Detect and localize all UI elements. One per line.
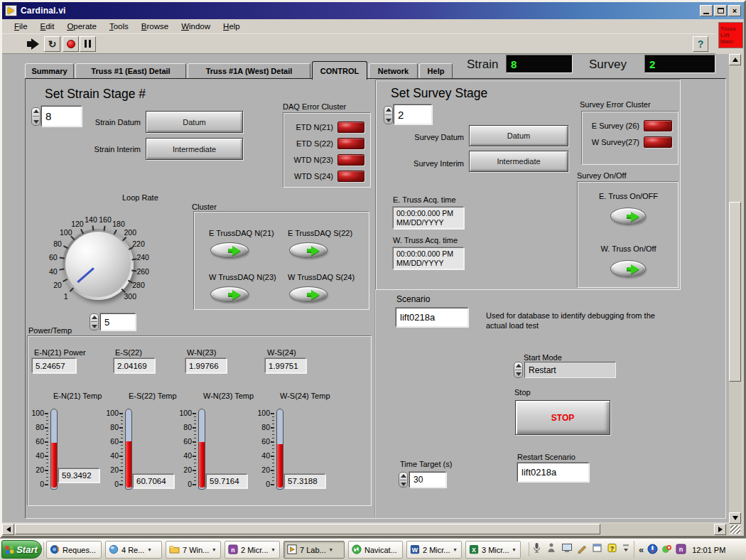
taskbar-button-firefox[interactable]: Reques... [46,541,102,559]
acq-date-value: MM/DD/YYYY [396,218,444,227]
survey-stage-spinner[interactable] [384,106,393,124]
options-chevron-icon[interactable] [622,542,630,555]
time-target-spinner[interactable] [399,472,408,488]
temp-value-box: 60.7064 [133,474,174,488]
menu-tools[interactable]: Tools [103,20,135,33]
maximize-button[interactable] [714,5,727,16]
knob-body [65,232,131,297]
monitor-icon[interactable] [561,542,573,555]
taskbar-button-excel[interactable]: X3 Micr...▾ [465,541,521,559]
trussdaq-led-button[interactable] [210,286,249,302]
tray-chevron-icon[interactable]: « [639,544,644,555]
trussdaq-led-button[interactable] [210,242,249,258]
stop-button[interactable]: STOP [515,400,610,435]
strain-interim-button[interactable]: Intermediate [146,138,243,160]
tab-control[interactable]: CONTROL [312,61,367,80]
survey-stage-input[interactable]: 2 [394,104,432,124]
loop-rate-knob[interactable]: 1204060801001201401601802002202402602803… [34,200,162,328]
strain-stage-spinner[interactable] [31,107,40,126]
svg-text:X: X [472,546,476,553]
menu-file[interactable]: File [8,20,34,33]
taskbar-button-onenote[interactable]: n2 Micr...▾ [225,541,280,559]
horizontal-scroll-thumb[interactable] [15,524,600,534]
labview-icon [5,5,17,16]
loop-rate-spinner[interactable] [90,313,99,330]
pen-icon[interactable] [577,542,588,555]
scenario-input[interactable]: lift0218a [396,308,468,327]
window-title: Cardinal.vi [21,6,66,16]
survey-datum-button[interactable]: Datum [469,125,568,146]
taskbar-button-label: Navicat... [364,546,397,554]
start-mode-input[interactable]: Restart [524,362,616,378]
taskbar-button-navicat[interactable]: Navicat... [348,541,403,559]
restart-scenario-input[interactable]: lift0218a [517,463,589,482]
pause-button[interactable] [80,36,96,52]
led-row: WTD N(23) [283,151,370,168]
abort-button[interactable] [63,36,79,52]
daq-error-box: ETD N(21)ETD S(22)WTD N(23)WTD S(24) [283,112,371,188]
scroll-up-button[interactable] [729,54,741,65]
tab-truss-1a-west-detail[interactable]: Truss #1A (West) Detail [188,63,310,79]
title-bar[interactable]: Cardinal.vi × [2,2,744,19]
set-strain-stage-heading: Set Strain Stage # [45,87,146,102]
taskbar-button-word[interactable]: W2 Micr...▾ [406,541,462,559]
start-mode-spinner[interactable] [514,362,523,378]
microphone-icon[interactable] [531,542,542,555]
cluster-button-label: E TrussDAQ S(22) [288,229,352,237]
run-continuous-button[interactable]: ↻ [44,36,60,52]
scroll-left-button[interactable] [2,524,14,535]
start-mode-label: Start Mode [524,353,562,362]
start-button[interactable]: Start [1,540,42,559]
power-value-box: 5.24657 [32,358,76,373]
trussdaq-led-button[interactable] [289,286,328,302]
dropdown-arrow-icon: ▾ [272,546,275,553]
tray-onenote-icon[interactable]: n [676,544,686,556]
knob-scale-label: 200 [119,228,141,237]
survey-interim-button[interactable]: Intermediate [469,151,568,172]
run-button[interactable] [25,36,41,52]
loop-rate-input[interactable]: 5 [100,313,136,330]
scroll-right-button[interactable] [714,524,726,535]
strain-datum-button[interactable]: Datum [146,111,243,133]
menu-edit[interactable]: Edit [34,20,61,33]
error-led [337,138,364,149]
temp-value-box: 57.3188 [284,474,325,488]
speech-icon[interactable] [546,542,557,555]
survey-datum-button-label: Datum [507,131,530,140]
vertical-scroll-thumb[interactable] [729,202,741,382]
start-button-label: Start [16,544,38,555]
knob-scale-label: 100 [55,228,77,237]
taskbar-button-network[interactable]: 4 Re...▾ [105,541,162,559]
time-target-input[interactable]: 30 [409,472,446,488]
strain-stage-input[interactable]: 8 [41,106,82,126]
green-arrow-icon [311,246,320,256]
tab-network[interactable]: Network [369,63,418,79]
resize-grip[interactable] [730,525,740,534]
survey-indicator: 2 [644,55,715,73]
context-help-button[interactable]: ? [693,36,708,52]
menu-operate[interactable]: Operate [60,20,103,33]
taskbar-button-folder[interactable]: 7 Win...▾ [166,541,221,559]
minimize-button[interactable] [700,5,713,16]
menu-browse[interactable]: Browse [135,20,175,33]
tray-messenger-icon[interactable] [661,544,672,556]
menu-help[interactable]: Help [217,20,247,33]
temp-label: W-S(24) Temp [280,392,330,400]
truss-onoff-button[interactable] [610,208,646,225]
menu-window[interactable]: Window [175,20,217,33]
taskbar-button-label: 2 Micr... [241,546,269,554]
truss-onoff-button[interactable] [610,260,646,277]
help-icon[interactable]: ? [607,542,617,555]
labview-icon [287,544,297,556]
scroll-down-button[interactable] [729,512,741,524]
knob-scale-label: 1 [55,292,77,301]
tab-help[interactable]: Help [419,63,453,79]
tab-truss-1-east-detail[interactable]: Truss #1 (East) Detail [75,63,186,79]
acq-time-value: 00:00:00.000 PM [396,209,453,218]
tray-alert-icon[interactable] [647,544,658,556]
taskbar-button-labview[interactable]: 7 Lab...▾ [283,541,345,559]
trussdaq-led-button[interactable] [289,242,328,258]
close-button[interactable]: × [728,5,741,16]
window-icon[interactable] [592,542,602,555]
tab-summary[interactable]: Summary [25,63,74,79]
